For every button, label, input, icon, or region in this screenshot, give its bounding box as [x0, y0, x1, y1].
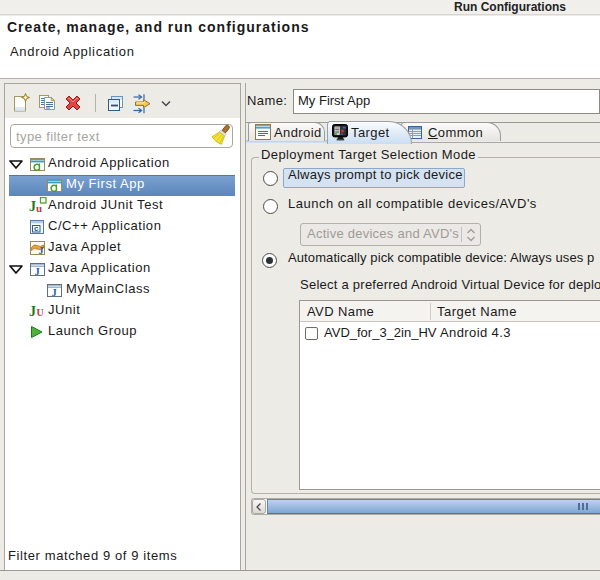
svg-text:J: J: [52, 287, 57, 297]
svg-text:J: J: [29, 199, 36, 214]
svg-text:c: c: [34, 224, 39, 233]
svg-text:J: J: [29, 304, 36, 319]
svg-text:u: u: [36, 202, 42, 214]
svg-text:U: U: [37, 307, 44, 318]
svg-text:J: J: [35, 266, 40, 276]
svg-text:J: J: [39, 245, 44, 256]
